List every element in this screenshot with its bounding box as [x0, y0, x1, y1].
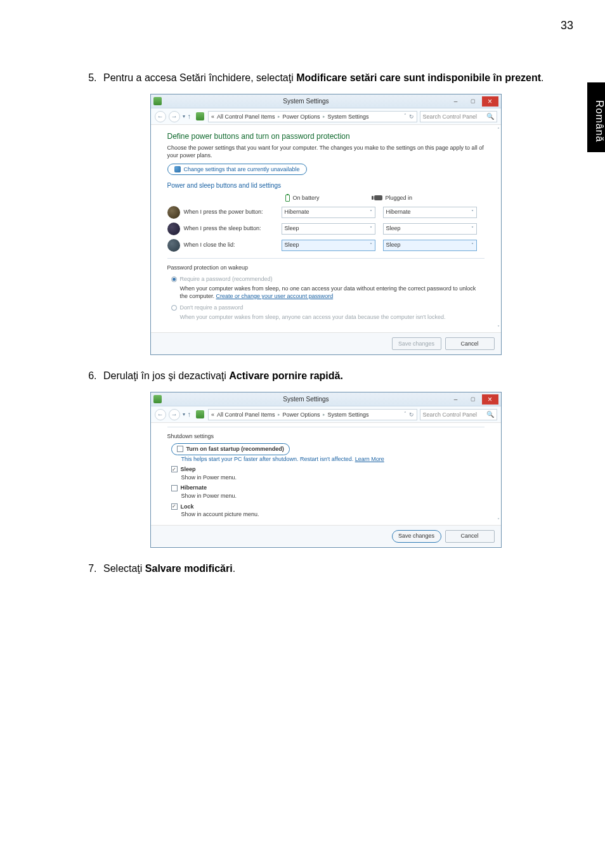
col-plugged: Plugged in: [386, 194, 413, 202]
step5-suf: .: [541, 72, 543, 83]
chevron-right-icon: ▸: [278, 411, 280, 418]
step7-pre: Selectaţi: [103, 563, 145, 574]
save-button[interactable]: Save changes: [392, 530, 441, 543]
row-label: When I press the sleep button:: [184, 224, 282, 233]
opt2-label: Don't require a password: [180, 304, 244, 312]
titlebar: System Settings: [151, 94, 501, 108]
up-button[interactable]: ↑: [188, 112, 192, 121]
bc-p3[interactable]: System Settings: [328, 113, 369, 121]
fast-desc: This helps start your PC faster after sh…: [181, 456, 355, 462]
plug-icon: [374, 195, 382, 200]
step6-pre: Derulaţi în jos şi dezactivaţi: [103, 370, 229, 381]
hibernate-checkbox[interactable]: Hibernate: [171, 484, 485, 492]
battery-icon: [285, 195, 290, 202]
chevron-down-icon[interactable]: ˅: [404, 411, 407, 419]
page-number: 33: [561, 19, 573, 32]
fast-startup-checkbox[interactable]: Turn on fast startup (recommended): [171, 443, 290, 455]
col-battery: On battery: [293, 194, 320, 202]
power-battery-select[interactable]: Hibernate: [282, 207, 375, 218]
bc-p3[interactable]: System Settings: [328, 411, 369, 419]
forward-button[interactable]: →: [169, 409, 180, 420]
chevron-right-icon: ▸: [323, 113, 325, 120]
change-settings-link[interactable]: Change settings that are currently unava…: [167, 164, 307, 176]
refresh-icon[interactable]: ↻: [409, 113, 414, 121]
sleep-desc: Show in Power menu.: [181, 474, 485, 482]
chevron-down-icon[interactable]: ˅: [404, 113, 407, 121]
panel-desc: Choose the power settings that you want …: [167, 145, 485, 159]
maximize-button[interactable]: [465, 96, 481, 107]
window-title: System Settings: [166, 395, 447, 404]
power-icon: [167, 206, 180, 219]
hibernate-label: Hibernate: [181, 484, 207, 492]
search-input[interactable]: Search Control Panel 🔍: [420, 409, 497, 420]
breadcrumb[interactable]: « All Control Panel Items ▸ Power Option…: [208, 409, 417, 420]
sleep-plugged-select[interactable]: Sleep: [383, 223, 477, 235]
no-password-radio[interactable]: Don't require a password: [171, 304, 485, 312]
require-password-radio[interactable]: Require a password (recommended): [171, 275, 485, 283]
search-placeholder: Search Control Panel: [423, 411, 478, 419]
cancel-button[interactable]: Cancel: [445, 337, 495, 350]
radio-icon: [171, 305, 177, 311]
scroll-up-icon[interactable]: ˄: [497, 126, 500, 133]
breadcrumb[interactable]: « All Control Panel Items ▸ Power Option…: [208, 111, 417, 122]
sleep-button-row: When I press the sleep button: Sleep Sle…: [167, 223, 485, 235]
opt1-desc: When your computer wakes from sleep, no …: [180, 285, 485, 300]
maximize-button[interactable]: [465, 394, 481, 405]
bc-p1[interactable]: All Control Panel Items: [217, 411, 275, 419]
search-icon: 🔍: [486, 112, 494, 121]
step-6: Derulaţi în jos şi dezactivaţi Activare …: [100, 369, 548, 548]
up-button[interactable]: ↑: [188, 410, 192, 419]
bc-prefix: «: [211, 113, 214, 121]
lid-plugged-select[interactable]: Sleep: [383, 240, 477, 251]
row-label: When I press the power button:: [184, 208, 282, 216]
cancel-button[interactable]: Cancel: [445, 530, 495, 543]
history-chevron-icon[interactable]: ▾: [183, 113, 185, 120]
change-settings-text: Change settings that are currently unava…: [184, 165, 300, 174]
close-button[interactable]: [482, 96, 498, 107]
radio-selected-icon: [171, 276, 177, 282]
create-password-link[interactable]: Create or change your user account passw…: [216, 293, 334, 299]
lid-row: When I close the lid: Sleep Sleep: [167, 239, 485, 252]
app-icon: [153, 97, 162, 105]
bc-p2[interactable]: Power Options: [283, 113, 320, 121]
breadcrumb-icon: [196, 410, 204, 418]
forward-button[interactable]: →: [169, 111, 180, 122]
search-icon: 🔍: [486, 410, 494, 419]
lid-battery-select[interactable]: Sleep: [282, 240, 375, 251]
close-button[interactable]: [482, 394, 498, 405]
navbar: ← → ▾ ↑ « All Control Panel Items ▸ Powe…: [151, 108, 501, 125]
sleep-label: Sleep: [181, 465, 196, 474]
bc-p2[interactable]: Power Options: [283, 411, 320, 419]
titlebar: System Settings: [151, 392, 501, 406]
navbar: ← → ▾ ↑ « All Control Panel Items ▸ Powe…: [151, 406, 501, 423]
moon-icon: [167, 223, 180, 235]
fieldset-legend: Shutdown settings: [167, 432, 485, 441]
search-input[interactable]: Search Control Panel 🔍: [420, 111, 497, 122]
power-plugged-select[interactable]: Hibernate: [383, 207, 477, 218]
lock-checkbox[interactable]: Lock: [171, 503, 485, 511]
panel-body: Shutdown settings Turn on fast startup (…: [151, 423, 501, 524]
back-button[interactable]: ←: [155, 111, 166, 122]
scroll-down-icon[interactable]: ˅: [497, 324, 500, 331]
sleep-checkbox[interactable]: Sleep: [171, 465, 485, 474]
bc-p1[interactable]: All Control Panel Items: [217, 113, 275, 121]
minimize-button[interactable]: [448, 394, 464, 405]
history-chevron-icon[interactable]: ▾: [183, 411, 185, 418]
minimize-button[interactable]: [448, 96, 464, 107]
opt2-desc: When your computer wakes from sleep, any…: [180, 313, 485, 321]
sleep-battery-select[interactable]: Sleep: [282, 223, 375, 235]
checkbox-checked-icon: [171, 503, 178, 510]
chevron-right-icon: ▸: [278, 113, 280, 120]
shutdown-fieldset: Shutdown settings Turn on fast startup (…: [167, 427, 485, 518]
footer: Save changes Cancel: [151, 332, 501, 354]
scroll-down-icon[interactable]: ˅: [497, 517, 500, 524]
refresh-icon[interactable]: ↻: [409, 411, 414, 419]
fieldset-legend: Password protection on wakeup: [167, 264, 485, 272]
app-icon: [153, 395, 162, 403]
power-button-row: When I press the power button: Hibernate…: [167, 206, 485, 219]
step5-bold: Modificare setări care sunt indisponibil…: [296, 72, 541, 83]
step7-bold: Salvare modificări: [145, 563, 233, 574]
save-button[interactable]: Save changes: [392, 337, 441, 350]
back-button[interactable]: ←: [155, 409, 166, 420]
learn-more-link[interactable]: Learn More: [355, 456, 384, 462]
